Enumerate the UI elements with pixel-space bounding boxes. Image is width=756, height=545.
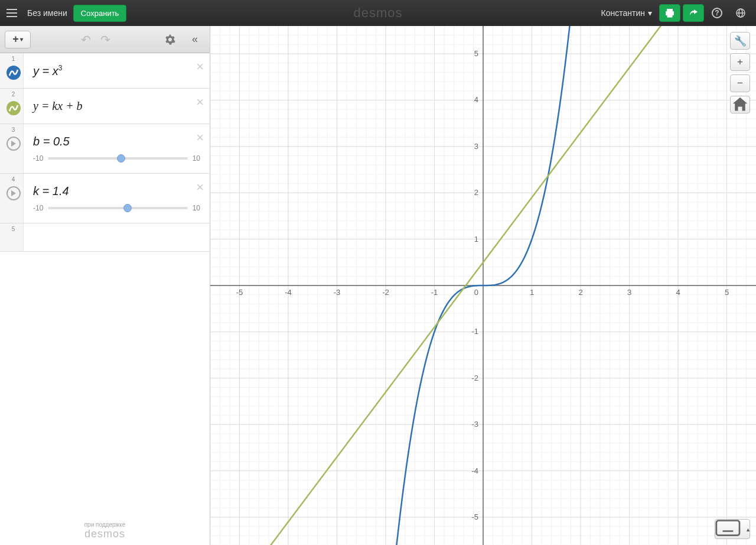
- color-swatch[interactable]: [6, 101, 21, 115]
- expression-input[interactable]: [24, 223, 210, 251]
- slider-min[interactable]: -10: [33, 154, 43, 163]
- expression-input[interactable]: k = 1.4: [33, 184, 200, 198]
- svg-rect-2: [6, 16, 17, 17]
- svg-text:?: ?: [715, 9, 719, 17]
- caret-down-icon: ▾: [648, 8, 652, 18]
- expression-input[interactable]: y = x3: [24, 53, 210, 88]
- expression-index: 2: [12, 91, 15, 98]
- slider-max[interactable]: 10: [193, 154, 200, 163]
- share-button[interactable]: [683, 4, 704, 22]
- delete-expression-button[interactable]: ×: [196, 180, 204, 195]
- expression-sidebar: +▾ ↶ ↷ « 1 y = x3 × 2 y = kx +: [0, 26, 210, 545]
- svg-text:5: 5: [474, 49, 478, 58]
- svg-text:-2: -2: [471, 374, 478, 382]
- svg-text:-1: -1: [471, 327, 478, 336]
- expression-row[interactable]: 2 y = kx + b ×: [0, 89, 210, 124]
- svg-text:1: 1: [530, 288, 534, 297]
- play-slider-button[interactable]: [6, 186, 21, 200]
- expression-row[interactable]: 4 k = 1.4 -10 10 ×: [0, 174, 210, 223]
- save-button[interactable]: Сохранить: [73, 5, 127, 22]
- graph-settings-button[interactable]: 🔧: [730, 32, 750, 50]
- slider-track[interactable]: [48, 157, 187, 160]
- delete-expression-button[interactable]: ×: [196, 59, 204, 74]
- expression-list: 1 y = x3 × 2 y = kx + b × 3 b = 0.5: [0, 53, 210, 545]
- expression-index: 5: [12, 226, 15, 232]
- svg-text:4: 4: [474, 95, 478, 104]
- expression-index: 1: [12, 56, 15, 62]
- svg-text:-4: -4: [471, 466, 478, 475]
- graph-canvas[interactable]: -5-4-3-2-112345-5-4-3-2-1123450 🔧 + − ▴: [210, 26, 756, 545]
- zoom-out-button[interactable]: −: [730, 74, 750, 92]
- svg-text:2: 2: [474, 188, 478, 197]
- document-title[interactable]: Без имени: [27, 8, 67, 18]
- svg-text:3: 3: [474, 142, 478, 151]
- expression-row[interactable]: 5: [0, 223, 210, 252]
- svg-text:-1: -1: [431, 288, 438, 297]
- svg-text:-3: -3: [334, 288, 341, 297]
- user-menu[interactable]: Константин ▾: [601, 8, 652, 18]
- svg-text:-3: -3: [471, 420, 478, 429]
- slider[interactable]: -10 10: [33, 154, 200, 163]
- delete-expression-button[interactable]: ×: [196, 130, 204, 145]
- redo-button[interactable]: ↷: [100, 33, 110, 47]
- collapse-sidebar-button[interactable]: «: [185, 31, 205, 48]
- sidebar-footer: при поддержке desmos: [0, 521, 210, 540]
- svg-text:2: 2: [578, 288, 582, 297]
- slider[interactable]: -10 10: [33, 204, 200, 212]
- zoom-in-button[interactable]: +: [730, 53, 750, 71]
- print-button[interactable]: [659, 4, 680, 22]
- slider-max[interactable]: 10: [193, 204, 200, 212]
- slider-track[interactable]: [48, 207, 187, 209]
- svg-text:5: 5: [725, 288, 729, 297]
- undo-button[interactable]: ↶: [81, 33, 91, 47]
- expression-input[interactable]: y = kx + b: [24, 89, 210, 124]
- expression-row[interactable]: 1 y = x3 ×: [0, 53, 210, 89]
- svg-rect-0: [6, 9, 17, 10]
- expression-index: 3: [12, 126, 15, 133]
- svg-rect-168: [716, 521, 739, 536]
- svg-rect-3: [667, 9, 673, 11]
- expression-input[interactable]: b = 0.5: [33, 135, 200, 148]
- svg-text:1: 1: [474, 235, 478, 244]
- svg-text:3: 3: [627, 288, 631, 297]
- language-button[interactable]: [730, 4, 751, 22]
- svg-text:-5: -5: [236, 288, 243, 297]
- help-button[interactable]: ?: [706, 4, 728, 22]
- svg-rect-1: [6, 12, 17, 14]
- svg-rect-5: [667, 14, 672, 17]
- sidebar-toolbar: +▾ ↶ ↷ «: [0, 26, 210, 53]
- svg-text:-4: -4: [285, 288, 292, 297]
- home-button[interactable]: [730, 96, 750, 113]
- slider-thumb[interactable]: [117, 154, 125, 163]
- color-swatch[interactable]: [6, 66, 21, 80]
- svg-text:-2: -2: [382, 288, 389, 297]
- user-name: Константин: [601, 8, 645, 18]
- menu-icon[interactable]: [0, 0, 24, 26]
- slider-min[interactable]: -10: [33, 204, 43, 212]
- expression-row[interactable]: 3 b = 0.5 -10 10 ×: [0, 124, 210, 174]
- keyboard-button[interactable]: ▴: [715, 519, 750, 539]
- play-slider-button[interactable]: [6, 137, 21, 151]
- delete-expression-button[interactable]: ×: [196, 95, 204, 110]
- settings-button[interactable]: [160, 31, 180, 48]
- app-header: Без имени Сохранить desmos Константин ▾ …: [0, 0, 756, 26]
- svg-text:0: 0: [474, 288, 478, 297]
- slider-thumb[interactable]: [123, 204, 132, 212]
- expression-index: 4: [12, 176, 15, 183]
- svg-text:4: 4: [676, 288, 680, 297]
- svg-text:-5: -5: [471, 512, 478, 521]
- add-expression-button[interactable]: +▾: [5, 31, 31, 48]
- brand-logo: desmos: [353, 5, 402, 21]
